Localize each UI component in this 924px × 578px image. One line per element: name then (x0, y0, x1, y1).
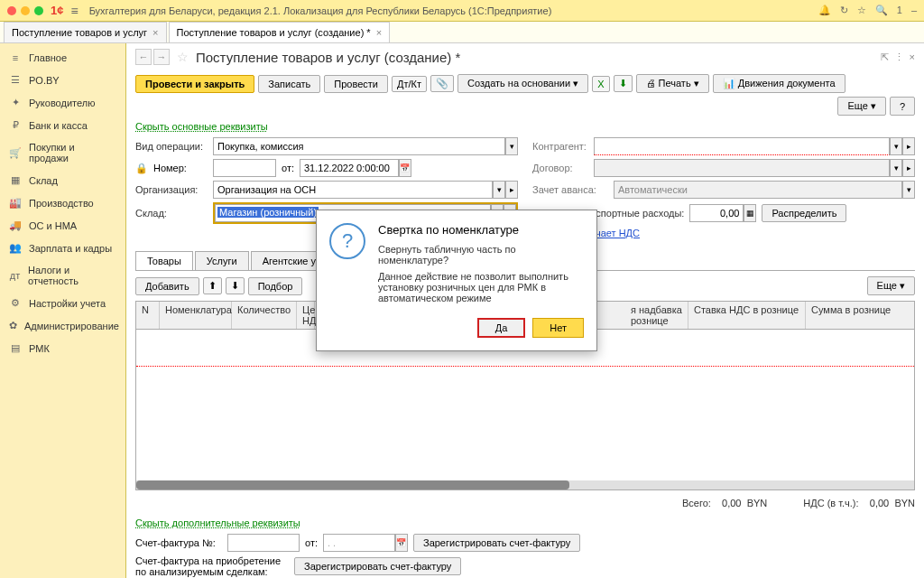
grid-icon: ▦ (9, 174, 22, 186)
org-input[interactable] (213, 181, 493, 199)
sidebar-item-poby[interactable]: ☰PO.BY (0, 69, 125, 91)
dash-icon[interactable]: – (911, 5, 917, 16)
page-title: Поступление товаров и услуг (создание) * (196, 50, 460, 65)
movements-button[interactable]: 📊 Движения документа (713, 74, 845, 93)
dropdown-icon[interactable]: ▾ (902, 181, 915, 199)
tab-services[interactable]: Услуги (195, 251, 249, 270)
topbar-actions: 🔔 ↻ ☆ 🔍 1 – (818, 5, 917, 16)
hide-main-link[interactable]: Скрыть основные реквизиты (126, 119, 924, 134)
date-input[interactable] (300, 159, 399, 177)
app-title: Бухгалтерия для Беларуси, редакция 2.1. … (89, 5, 552, 16)
tab-receipt-create[interactable]: Поступление товаров и услуг (создание) *… (169, 22, 391, 42)
invoice-date-input[interactable] (323, 534, 395, 552)
contractor-input[interactable] (594, 137, 890, 155)
sidebar-item-stock[interactable]: ▦Склад (0, 169, 125, 191)
dropdown-icon[interactable]: ▾ (890, 159, 902, 177)
dtkt-icon[interactable]: Дт/Кт (392, 76, 427, 92)
list-icon: ☰ (9, 74, 22, 86)
sidebar-item-taxes[interactable]: дтНалоги и отчетность (0, 259, 125, 292)
contractor-label: Контрагент: (532, 141, 588, 152)
write-button[interactable]: Записать (258, 75, 320, 93)
find-button[interactable]: Подбор (248, 277, 303, 295)
table-body[interactable] (136, 330, 914, 492)
dialog-no-button[interactable]: Нет (532, 318, 584, 338)
col-vat-retail: Ставка НДС в рознице (688, 302, 806, 329)
export-icon[interactable]: ⬇ (614, 75, 633, 92)
gear-icon: ⚙ (9, 297, 22, 309)
sidebar-item-manager[interactable]: ✦Руководителю (0, 91, 125, 114)
col-sum-retail: Сумма в рознице (806, 302, 914, 329)
close-page-icon[interactable]: × (910, 51, 915, 63)
from-label: от: (305, 537, 318, 548)
calendar-icon[interactable]: 📅 (399, 159, 411, 177)
dropdown-icon[interactable]: ▾ (493, 181, 505, 199)
history-icon[interactable]: ↻ (840, 5, 848, 16)
sidebar-item-sales[interactable]: 🛒Покупки и продажи (0, 136, 125, 169)
excel-icon[interactable]: X (592, 76, 609, 92)
register-invoice2-button[interactable]: Зарегистрировать счет-фактуру (294, 557, 461, 575)
open-icon[interactable]: ▸ (505, 181, 518, 199)
totals-row: Всего: 0,00 BYN НДС (в т.ч.): 0,00 BYN (126, 490, 924, 516)
open-icon[interactable]: ▸ (902, 137, 915, 155)
more-icon[interactable]: ⋮ (894, 51, 904, 63)
print-button[interactable]: 🖨 Печать ▾ (636, 74, 709, 93)
external-link-icon[interactable]: ⇱ (881, 51, 889, 63)
star-icon: ✦ (9, 97, 22, 108)
sidebar-item-admin[interactable]: ✿Администрирование (0, 314, 125, 337)
tab-goods[interactable]: Товары (135, 251, 193, 270)
col-price: ЦеНД (297, 302, 315, 329)
distribute-button[interactable]: Распределить (762, 204, 846, 222)
open-icon[interactable]: ▸ (902, 159, 915, 177)
col-nomenclature: Номенклатура (160, 302, 232, 329)
search-icon[interactable]: 🔍 (875, 5, 888, 16)
dropdown-icon[interactable]: ▾ (505, 137, 518, 155)
close-icon[interactable]: × (376, 27, 382, 38)
number-input[interactable] (213, 159, 276, 177)
more-button[interactable]: Еще ▾ (837, 97, 885, 116)
tab-receipt-list[interactable]: Поступление товаров и услуг× (4, 22, 167, 42)
col-markup: я надбавкарознице (625, 302, 688, 329)
menu-icon[interactable]: ≡ (70, 4, 78, 18)
nav-forward[interactable]: → (153, 49, 170, 65)
col-n: N (136, 302, 160, 329)
bell-icon[interactable]: 🔔 (818, 5, 831, 16)
sidebar-item-assets[interactable]: 🚚ОС и НМА (0, 214, 125, 237)
user-icon[interactable]: 1 (897, 5, 902, 16)
calendar-icon[interactable]: 📅 (395, 534, 408, 552)
close-window[interactable] (7, 6, 16, 15)
minimize-window[interactable] (21, 6, 30, 15)
attach-icon[interactable]: 📎 (430, 75, 454, 92)
document-tabs: Поступление товаров и услуг× Поступление… (0, 22, 924, 43)
op-type-input[interactable] (213, 137, 505, 155)
main-toolbar: Провести и закрыть Записать Провести Дт/… (126, 70, 924, 119)
sidebar-item-main[interactable]: ≡Главное (0, 47, 125, 69)
tab-more-button[interactable]: Еще ▾ (867, 276, 915, 295)
sidebar-item-production[interactable]: 🏭Производство (0, 191, 125, 214)
star-icon[interactable]: ☆ (857, 5, 866, 16)
calc-icon[interactable]: ▦ (744, 204, 756, 222)
sidebar-item-salary[interactable]: 👥Зарплата и кадры (0, 237, 125, 259)
hide-extra-link[interactable]: Скрыть дополнительные реквизиты (126, 516, 924, 530)
sidebar-item-rmk[interactable]: ▤РМК (0, 337, 125, 359)
favorite-icon[interactable]: ☆ (177, 50, 189, 64)
register-invoice-button[interactable]: Зарегистрировать счет-фактуру (413, 534, 580, 552)
sidebar-item-bank[interactable]: ₽Банк и касса (0, 114, 125, 136)
close-icon[interactable]: × (152, 27, 158, 38)
add-button[interactable]: Добавить (135, 277, 199, 295)
dialog-yes-button[interactable]: Да (477, 318, 526, 338)
app-logo: 1¢ (51, 4, 63, 17)
sidebar-item-accounting[interactable]: ⚙Настройки учета (0, 292, 125, 314)
dropdown-icon[interactable]: ▾ (890, 137, 902, 155)
transport-input[interactable] (689, 204, 744, 222)
down-icon[interactable]: ⬇ (226, 277, 245, 294)
help-button[interactable]: ? (890, 97, 915, 116)
maximize-window[interactable] (34, 6, 43, 15)
post-button[interactable]: Провести (324, 75, 388, 93)
create-based-button[interactable]: Создать на основании ▾ (457, 74, 588, 93)
nav-back[interactable]: ← (135, 49, 152, 65)
up-icon[interactable]: ⬆ (203, 277, 222, 294)
people-icon: 👥 (9, 242, 22, 254)
h-scrollbar[interactable] (136, 480, 914, 489)
invoice-num-input[interactable] (227, 534, 300, 552)
post-and-close-button[interactable]: Провести и закрыть (135, 75, 254, 93)
